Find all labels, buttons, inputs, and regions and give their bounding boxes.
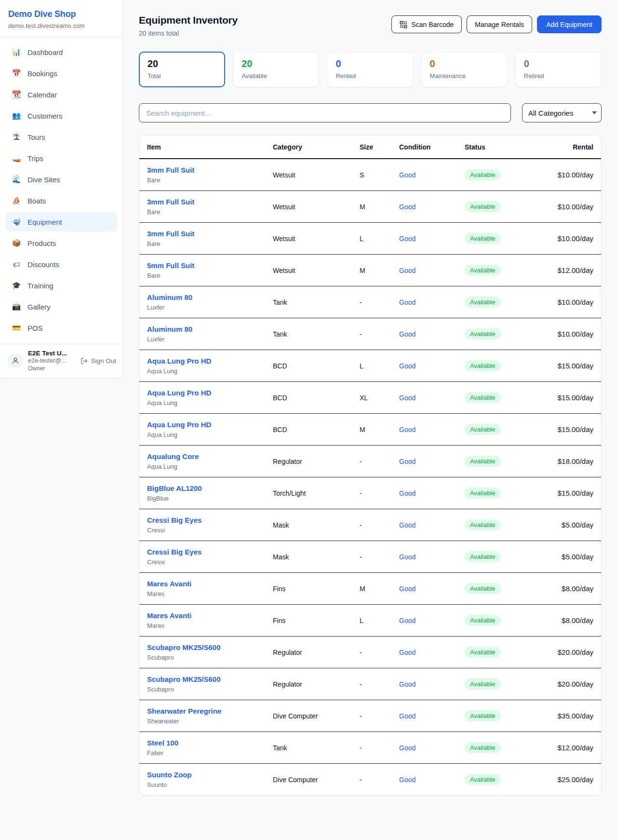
- item-name-link[interactable]: BigBlue AL1200: [147, 484, 202, 492]
- condition-link[interactable]: Good: [399, 680, 416, 688]
- item-name-link[interactable]: Shearwater Peregrine: [147, 707, 221, 715]
- add-equipment-button[interactable]: Add Equipment: [537, 15, 602, 33]
- sidebar-item-label: Customers: [27, 112, 63, 120]
- condition-link[interactable]: Good: [399, 394, 416, 402]
- condition-link[interactable]: Good: [399, 426, 416, 434]
- item-category: Wetsuit: [273, 191, 360, 223]
- condition-link[interactable]: Good: [399, 712, 416, 720]
- condition-link[interactable]: Good: [399, 362, 416, 370]
- item-name-link[interactable]: Aluminum 80: [147, 325, 192, 333]
- scan-barcode-button[interactable]: Scan Barcode: [391, 15, 462, 33]
- item-name-link[interactable]: Steel 100: [147, 739, 178, 747]
- item-category: Tank: [273, 732, 360, 764]
- condition-link[interactable]: Good: [399, 489, 416, 497]
- sign-out-button[interactable]: Sign Out: [80, 357, 116, 365]
- item-name-link[interactable]: Scubapro MK25/S600: [147, 643, 221, 651]
- table-row[interactable]: Mares Avanti Mares Fins M Good Available…: [139, 573, 601, 605]
- sidebar-item-bookings[interactable]: 📅 Bookings: [6, 64, 117, 83]
- item-brand: BigBlue: [147, 495, 273, 502]
- table-row[interactable]: Shearwater Peregrine Shearwater Dive Com…: [139, 700, 601, 732]
- table-row[interactable]: BigBlue AL1200 BigBlue Torch/Light - Goo…: [139, 477, 601, 509]
- stat-card-rented[interactable]: 0 Rented: [327, 52, 413, 87]
- item-name-link[interactable]: Mares Avanti: [147, 580, 191, 588]
- table-row[interactable]: Scubapro MK25/S600 Scubapro Regulator - …: [139, 668, 601, 700]
- item-name-link[interactable]: Mares Avanti: [147, 611, 191, 620]
- equipment-table: Item Category Size Condition Status Rent…: [139, 135, 601, 795]
- item-name-link[interactable]: Aqua Lung Pro HD: [147, 357, 211, 365]
- rental-price: $5.00/day: [542, 509, 601, 541]
- condition-link[interactable]: Good: [399, 521, 416, 529]
- table-row[interactable]: 5mm Full Suit Bare Wetsuit M Good Availa…: [139, 255, 601, 286]
- condition-link[interactable]: Good: [399, 776, 416, 784]
- condition-link[interactable]: Good: [399, 298, 416, 306]
- category-select[interactable]: All Categories: [522, 103, 602, 122]
- stat-card-maintenance[interactable]: 0 Maintenance: [421, 52, 508, 87]
- table-row[interactable]: 3mm Full Suit Bare Wetsuit L Good Availa…: [139, 223, 601, 255]
- table-row[interactable]: Mares Avanti Mares Fins L Good Available…: [139, 605, 601, 637]
- condition-link[interactable]: Good: [399, 585, 416, 593]
- sidebar-item-boats[interactable]: ⛵ Boats: [6, 191, 117, 210]
- table-row[interactable]: Steel 100 Faber Tank - Good Available $1…: [139, 732, 601, 764]
- sidebar-item-pos[interactable]: 💳 POS: [6, 318, 117, 338]
- item-name-link[interactable]: Suunto Zoop: [147, 771, 191, 779]
- stat-card-retired[interactable]: 0 Retired: [515, 52, 602, 87]
- stat-value: 0: [335, 58, 404, 69]
- sidebar-item-products[interactable]: 📦 Products: [6, 233, 117, 253]
- item-brand: Aqua Lung: [147, 431, 273, 438]
- sidebar-item-training[interactable]: 🎓 Training: [6, 276, 117, 295]
- item-name-link[interactable]: Cressi Big Eyes: [147, 548, 201, 556]
- item-size: -: [360, 318, 399, 350]
- sidebar-item-dive-sites[interactable]: 🌊 Dive Sites: [6, 170, 117, 189]
- table-row[interactable]: Aqua Lung Pro HD Aqua Lung BCD XL Good A…: [139, 382, 601, 414]
- stat-card-available[interactable]: 20 Available: [233, 52, 319, 87]
- table-row[interactable]: Suunto Zoop Suunto Dive Computer - Good …: [139, 764, 601, 796]
- condition-link[interactable]: Good: [399, 553, 416, 561]
- sidebar-item-tours[interactable]: 🏝 Tours: [6, 127, 117, 147]
- item-name-link[interactable]: Scubapro MK25/S600: [147, 675, 221, 683]
- table-row[interactable]: Aluminum 80 Luxfer Tank - Good Available…: [139, 318, 601, 350]
- item-name-link[interactable]: 5mm Full Suit: [147, 261, 194, 270]
- table-row[interactable]: Aluminum 80 Luxfer Tank - Good Available…: [139, 286, 601, 318]
- item-name-link[interactable]: Aqua Lung Pro HD: [147, 389, 211, 397]
- status-badge: Available: [465, 297, 501, 308]
- condition-link[interactable]: Good: [399, 458, 416, 465]
- avatar: [8, 353, 23, 368]
- condition-link[interactable]: Good: [399, 171, 416, 179]
- sidebar-item-customers[interactable]: 👥 Customers: [6, 106, 117, 125]
- table-row[interactable]: Cressi Big Eyes Cressi Mask - Good Avail…: [139, 509, 601, 541]
- condition-link[interactable]: Good: [399, 203, 416, 211]
- item-brand: Bare: [147, 176, 273, 184]
- sidebar-item-calendar[interactable]: 📆 Calendar: [6, 85, 117, 104]
- sidebar-item-dashboard[interactable]: 📊 Dashboard: [6, 42, 117, 62]
- sidebar-item-gallery[interactable]: 📸 Gallery: [6, 297, 117, 316]
- table-row[interactable]: 3mm Full Suit Bare Wetsuit M Good Availa…: [139, 191, 601, 223]
- item-name-link[interactable]: Aqualung Core: [147, 452, 199, 461]
- item-name-link[interactable]: Aqua Lung Pro HD: [147, 420, 211, 429]
- item-name-link[interactable]: Cressi Big Eyes: [147, 516, 201, 524]
- table-row[interactable]: Aqua Lung Pro HD Aqua Lung BCD L Good Av…: [139, 350, 601, 382]
- condition-link[interactable]: Good: [399, 617, 416, 624]
- search-input[interactable]: [139, 103, 511, 122]
- stat-value: 0: [524, 58, 593, 69]
- condition-link[interactable]: Good: [399, 330, 416, 338]
- item-size: L: [360, 223, 399, 255]
- table-row[interactable]: 3mm Full Suit Bare Wetsuit S Good Availa…: [139, 159, 601, 191]
- table-row[interactable]: Scubapro MK25/S600 Scubapro Regulator - …: [139, 637, 601, 668]
- table-row[interactable]: Cressi Big Eyes Cressi Mask - Good Avail…: [139, 541, 601, 573]
- item-name-link[interactable]: 3mm Full Suit: [147, 166, 194, 174]
- sidebar-item-equipment[interactable]: 🤿 Equipment: [6, 212, 117, 231]
- condition-link[interactable]: Good: [399, 235, 416, 243]
- manage-rentals-button[interactable]: Manage Rentals: [467, 15, 532, 33]
- sidebar-item-discounts[interactable]: 🏷 Discounts: [6, 255, 117, 274]
- item-name-link[interactable]: 3mm Full Suit: [147, 230, 194, 238]
- table-row[interactable]: Aqualung Core Aqua Lung Regulator - Good…: [139, 446, 601, 477]
- condition-link[interactable]: Good: [399, 744, 416, 752]
- table-row[interactable]: Aqua Lung Pro HD Aqua Lung BCD M Good Av…: [139, 414, 601, 446]
- sidebar-item-trips[interactable]: 🚤 Trips: [6, 149, 117, 168]
- condition-link[interactable]: Good: [399, 649, 416, 656]
- condition-link[interactable]: Good: [399, 267, 416, 274]
- stat-card-total[interactable]: 20 Total: [139, 52, 225, 87]
- item-name-link[interactable]: 3mm Full Suit: [147, 198, 194, 206]
- item-name-link[interactable]: Aluminum 80: [147, 293, 192, 301]
- sidebar-item-label: Calendar: [27, 91, 57, 99]
